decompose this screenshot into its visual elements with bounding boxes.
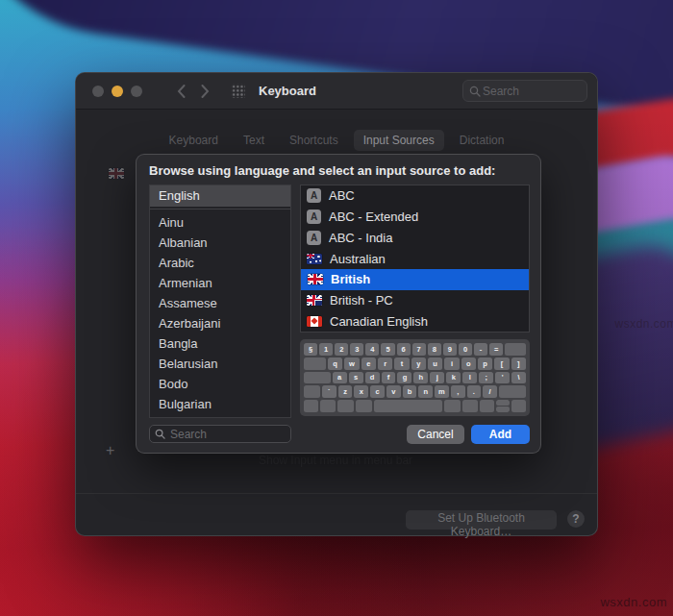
keyboard-key: n [418,385,433,398]
add-input-source-dialog: Browse using language and select an inpu… [136,154,541,454]
keyboard-key: 1 [319,343,333,356]
search-icon [469,86,481,97]
keyboard-row: `zxcvbnm,./ [304,385,526,398]
tab-input-sources[interactable]: Input Sources [354,130,444,151]
keyboard-key: d [365,372,380,384]
footer-divider [76,493,597,494]
keyboard-key [320,400,335,412]
help-button[interactable]: ? [567,510,585,528]
arrow-down-key [496,407,511,412]
input-source-item-british-pc[interactable]: British - PC [301,290,529,311]
keyboard-key: z [338,385,353,398]
keyboard-key: o [461,357,476,370]
input-source-label: ABC [329,188,355,203]
tab-keyboard[interactable]: Keyboard [160,130,228,151]
language-list: EnglishAinuAlbanianArabicArmenianAssames… [149,185,291,418]
add-input-source-button[interactable]: + [106,442,114,459]
keyboard-key: a [333,372,347,384]
input-source-list: AABCAABC - ExtendedAABC - IndiaAustralia… [300,185,530,333]
keyboard-key [356,400,372,412]
show-input-menu-caption: Show Input menu in menu bar [259,454,412,467]
language-item-english[interactable]: English [150,185,290,207]
language-item-assamese[interactable]: Assamese [150,293,290,313]
input-source-item-british[interactable]: British [301,269,529,290]
keyboard-key: / [483,385,497,398]
input-source-item-canadian-english[interactable]: Canadian English [301,310,529,332]
keyboard-key: - [474,343,487,356]
tab-dictation[interactable]: Dictation [450,130,514,151]
keyboard-key [304,385,320,398]
back-button[interactable] [177,85,186,98]
keyboard-key: i [444,357,459,370]
language-item-bodo[interactable]: Bodo [150,374,290,394]
keyboard-key: 0 [459,343,472,356]
dialog-search-input[interactable] [168,427,286,442]
flag-gb-pc-icon [307,295,322,306]
keyboard-key: w [344,357,359,370]
input-source-label: Canadian English [330,314,428,329]
chevron-left-icon [177,85,186,98]
keyboard-key: ; [479,372,493,384]
setup-bluetooth-keyboard-button[interactable]: Set Up Bluetooth Keyboard… [406,510,557,530]
tab-shortcuts[interactable]: Shortcuts [280,130,348,151]
input-source-item-abc[interactable]: AABC [301,185,529,207]
close-button[interactable] [92,86,104,97]
language-item-arabic[interactable]: Arabic [150,253,290,273]
input-source-item-abc-extended[interactable]: AABC - Extended [301,207,529,228]
minimize-button[interactable] [112,86,123,97]
keyboard-key: m [435,385,449,398]
keyboard-key: ` [322,385,336,398]
keyboard-key [499,385,526,398]
language-item-ainu[interactable]: Ainu [150,212,290,233]
input-source-item-abc-india[interactable]: AABC - India [301,227,529,248]
keyboard-key: k [446,372,461,384]
show-all-grid-icon[interactable] [231,84,245,98]
forward-button[interactable] [201,85,210,98]
language-item-armenian[interactable]: Armenian [150,273,290,293]
titlebar-search-field[interactable] [462,80,587,102]
keyboard-key: [ [494,357,509,370]
abc-icon: A [307,209,321,224]
keyboard-preview: §1234567890-=qwertyuiop[]asdfghjkl;'\`zx… [300,339,530,416]
keyboard-key: 5 [381,343,394,356]
language-item-albanian[interactable]: Albanian [150,233,290,253]
input-source-label: Australian [330,252,386,266]
keyboard-key [304,400,318,412]
keyboard-key: 8 [428,343,441,356]
language-list-divider [150,209,290,209]
keyboard-key: \ [511,372,526,384]
keyboard-key: u [428,357,442,370]
titlebar-search-input[interactable] [481,84,581,99]
keyboard-key: y [411,357,426,370]
keyboard-key [444,400,461,412]
keyboard-key: § [304,343,317,356]
keyboard-key: x [354,385,368,398]
keyboard-key: q [328,357,342,370]
screenshot-root: Keyboard KeyboardTextShortcutsInput Sour… [0,0,673,616]
language-item-bulgarian[interactable]: Bulgarian [150,394,290,414]
keyboard-key [374,400,442,412]
keyboard-row: §1234567890-= [304,343,526,356]
keyboard-key: 7 [412,343,426,356]
search-icon [155,429,165,439]
dialog-search-field[interactable] [149,425,291,443]
cancel-button[interactable]: Cancel [407,425,464,444]
keyboard-key: = [489,343,503,356]
language-item-belarusian[interactable]: Belarusian [150,354,290,374]
keyboard-key: g [397,372,411,384]
zoom-button[interactable] [131,86,142,97]
window-title: Keyboard [259,84,316,98]
add-button[interactable]: Add [471,425,530,444]
keyboard-key: c [370,385,385,398]
tab-text[interactable]: Text [234,130,274,151]
language-item-azerbaijani[interactable]: Azerbaijani [150,313,290,333]
keyboard-key [480,400,494,412]
arrow-up-key [496,400,511,406]
keyboard-key: f [382,372,396,384]
language-item-bangla[interactable]: Bangla [150,333,290,354]
input-source-item-australian[interactable]: Australian [301,248,529,269]
flag-au-icon [307,254,322,264]
abc-icon: A [307,188,321,203]
keyboard-key [304,372,331,384]
input-source-label: British - PC [330,293,393,308]
